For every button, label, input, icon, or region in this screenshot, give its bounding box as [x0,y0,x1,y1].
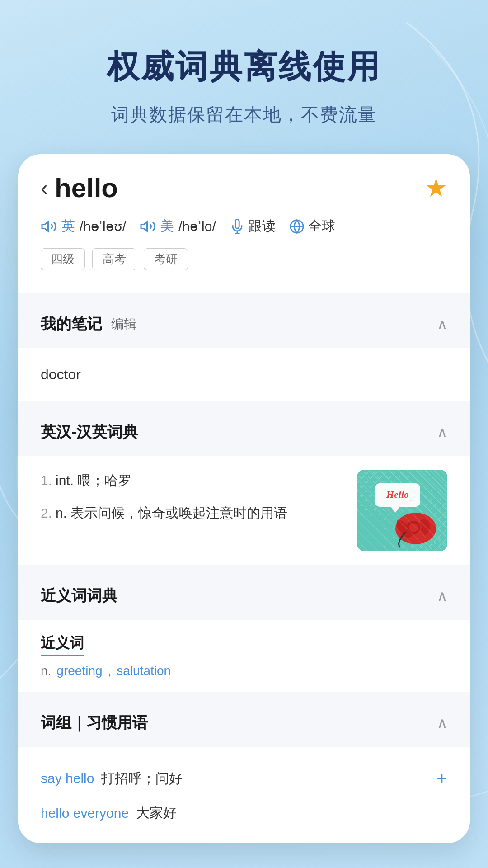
speaker-american-icon [140,218,156,235]
dictionary-card: ‹ hello ★ 英 /həˈləʊ/ [18,154,470,843]
entry-1-def: 喂；哈罗 [77,473,131,488]
entry-1-pos: int. [56,473,74,488]
synonyms-row: n. greeting , salutation [41,664,447,678]
dict-entry-1: 1.int. 喂；哈罗 [41,470,343,491]
american-label: 美 [160,217,174,236]
hello-card-svg: Hello , [357,470,447,551]
phrase-1-add-icon[interactable]: + [436,768,447,789]
notes-chevron-icon: ∧ [437,316,447,333]
phrase-1-meaning: 打招呼；问好 [101,769,183,788]
synonyms-group-label: 近义词 [41,633,84,656]
notes-edit-button[interactable]: 编辑 [111,316,136,333]
svg-rect-7 [357,470,447,551]
svg-marker-0 [42,222,48,231]
sub-title: 词典数据保留在本地，不费流量 [0,102,488,127]
svg-rect-8 [375,483,420,507]
phrase-2-text[interactable]: hello everyone [41,806,129,821]
phrases-chevron-icon: ∧ [437,714,447,731]
pron-british[interactable]: 英 /həˈləʊ/ [41,217,126,236]
speaker-british-icon [41,218,57,235]
follow-read-label: 跟读 [249,217,276,236]
svg-rect-6 [357,470,447,551]
entry-1-num: 1. [41,473,52,488]
phrases-title: 词组｜习惯用语 [41,712,148,733]
separator-3 [18,565,470,572]
synonyms-title: 近义词词典 [41,585,117,606]
separator-4 [18,692,470,699]
dict-entries: 1.int. 喂；哈罗 2.n. 表示问候，惊奇或唤起注意时的用语 [41,470,343,535]
svg-marker-1 [141,222,147,231]
separator-1 [18,293,470,300]
svg-point-14 [409,523,418,532]
svg-marker-9 [391,507,400,513]
word-nav: ‹ hello [41,172,118,203]
dict-chevron-icon: ∧ [437,424,447,441]
header-section: 权威词典离线使用 词典数据保留在本地，不费流量 [0,0,488,154]
phrase-row-2: hello everyone 大家好 [41,797,447,830]
back-arrow-icon[interactable]: ‹ [41,175,48,200]
synonym-greeting[interactable]: greeting [56,664,102,678]
global-button[interactable]: 全球 [289,217,335,236]
phrases-content: say hello 打招呼；问好 + hello everyone 大家好 [18,747,470,843]
dict-section-header[interactable]: 英汉-汉英词典 ∧ [18,408,470,456]
star-icon[interactable]: ★ [425,173,447,203]
notes-content: doctor [18,348,470,401]
phrase-2-left: hello everyone 大家好 [41,804,447,822]
entry-2-def: 表示问候，惊奇或唤起注意时的用语 [70,505,287,520]
global-label: 全球 [308,217,335,236]
notes-section-left: 我的笔记 编辑 [41,314,136,335]
tags-row: 四级 高考 考研 [41,248,447,270]
note-text: doctor [41,362,447,387]
british-phonetic: /həˈləʊ/ [80,218,126,234]
svg-text:Hello: Hello [386,489,409,500]
tag-kaoyan: 考研 [144,248,188,270]
british-label: 英 [61,217,75,236]
phrase-2-meaning: 大家好 [136,804,177,822]
word-display: hello [55,172,118,203]
pron-american[interactable]: 美 /həˈlo/ [140,217,216,236]
tag-gaokao: 高考 [92,248,136,270]
pronunciation-row: 英 /həˈləʊ/ 美 /həˈlo/ 跟读 [41,217,447,236]
notes-section-header[interactable]: 我的笔记 编辑 ∧ [18,300,470,348]
synonyms-section-header[interactable]: 近义词词典 ∧ [18,572,470,620]
main-title: 权威词典离线使用 [0,45,488,89]
entry-2-pos: n. [56,505,67,520]
tag-level4: 四级 [41,248,85,270]
notes-title: 我的笔记 [41,314,102,335]
dict-entry-2: 2.n. 表示问候，惊奇或唤起注意时的用语 [41,502,343,524]
word-title-row: ‹ hello ★ [41,172,447,203]
mic-icon [230,219,245,234]
global-icon [289,219,305,234]
svg-point-12 [395,513,436,544]
entry-2-num: 2. [41,505,52,520]
synonyms-pos: n. [41,664,51,678]
synonym-salutation[interactable]: salutation [117,664,171,678]
phrase-row-1: say hello 打招呼；问好 + [41,760,447,797]
american-phonetic: /həˈlo/ [178,218,216,234]
svg-point-13 [407,521,420,534]
word-header: ‹ hello ★ 英 /həˈləʊ/ [18,154,470,293]
hello-image: Hello , [357,470,447,551]
synonyms-chevron-icon: ∧ [437,587,447,604]
dict-content: 1.int. 喂；哈罗 2.n. 表示问候，惊奇或唤起注意时的用语 [18,456,470,565]
follow-read-button[interactable]: 跟读 [230,217,276,236]
dict-title: 英汉-汉英词典 [41,422,138,443]
phrase-1-left: say hello 打招呼；问好 [41,769,436,788]
phrases-section-header[interactable]: 词组｜习惯用语 ∧ [18,699,470,747]
svg-text:,: , [409,495,411,502]
phrase-1-text[interactable]: say hello [41,771,94,786]
synonyms-content: 近义词 n. greeting , salutation [18,620,470,692]
separator-2 [18,401,470,408]
